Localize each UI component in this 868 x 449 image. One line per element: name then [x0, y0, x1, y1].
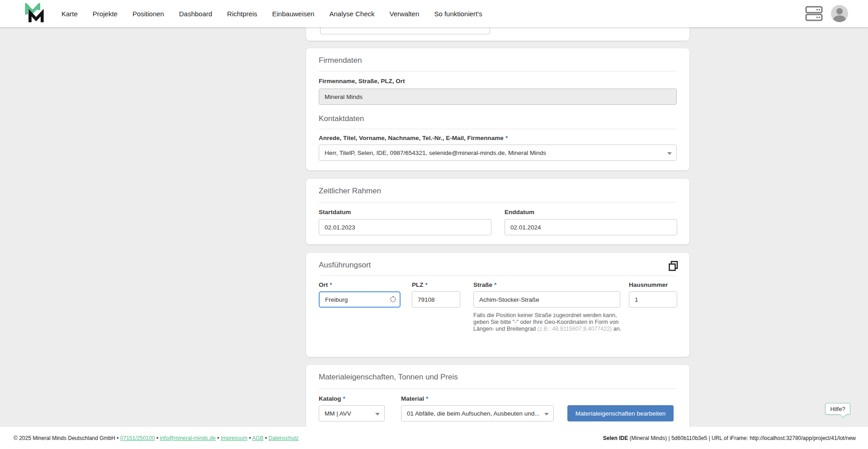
- firmendaten-title: Firmendaten: [319, 56, 362, 65]
- enddatum-label: Enddatum: [505, 209, 534, 215]
- firmenname-label: Firmenname, Straße, PLZ, Ort: [319, 78, 405, 84]
- startdatum-input[interactable]: [319, 219, 491, 235]
- kontakt-label-text: Anrede, Titel, Vorname, Nachname, Tel.-N…: [319, 135, 504, 141]
- materialeigenschaften-bearbeiten-button[interactable]: Materialeigenschaften bearbeiten: [567, 405, 674, 421]
- startdatum-label: Startdatum: [319, 209, 351, 215]
- chevron-down-icon: [544, 413, 549, 416]
- strasse-help-example: (z.B.: 48.8115607,9.4077422): [538, 326, 612, 332]
- kontakt-label: Anrede, Titel, Vorname, Nachname, Tel.-N…: [319, 135, 508, 141]
- nav-item-richtpreis[interactable]: Richtpreis: [227, 10, 257, 18]
- strasse-help-part2: an.: [612, 326, 621, 332]
- katalog-label: Katalog*: [319, 395, 345, 402]
- ort-input[interactable]: [319, 291, 401, 308]
- nav-links: Karte Projekte Positionen Dashboard Rich…: [61, 10, 482, 18]
- card-zeitlicher-rahmen: Zeitlicher Rahmen Startdatum Enddatum: [306, 179, 689, 244]
- footer-status-text: Selen IDE (Mineral Minds) | 5d60b110b3e5…: [603, 435, 856, 441]
- footer-separator: •: [249, 435, 251, 441]
- required-asterisk: *: [426, 395, 428, 402]
- mineral-minds-logo-icon[interactable]: [24, 3, 45, 24]
- hausnummer-label: Hausnummer: [629, 281, 668, 288]
- strasse-label: Straße*: [473, 281, 496, 288]
- ausfuehrungsort-title: Ausführungsort: [319, 261, 371, 270]
- katalog-label-text: Katalog: [319, 395, 341, 402]
- card-top-partial: [306, 27, 689, 41]
- footer-email-link[interactable]: info@mineral-minds.de: [160, 435, 216, 441]
- avatar-body-shape: [833, 15, 846, 22]
- required-asterisk: *: [330, 281, 332, 288]
- user-avatar[interactable]: [831, 5, 848, 22]
- material-label-text: Material: [401, 395, 424, 402]
- chevron-down-icon: [375, 413, 380, 416]
- nav-item-dashboard[interactable]: Dashboard: [179, 10, 212, 18]
- help-bubble-tail: [840, 412, 846, 418]
- avatar-head-shape: [836, 8, 843, 14]
- required-asterisk: *: [505, 135, 508, 141]
- footer-copyright: © 2025 Mineral Minds Deutschland GmbH: [14, 435, 115, 441]
- partial-input-bottom[interactable]: [320, 27, 490, 34]
- kontakt-select[interactable]: Herr, TitelP, Selen, IDE, 0987/654321, s…: [319, 145, 677, 161]
- material-select-value: 01 Abfälle, die beim Aufsuchen, Ausbeute…: [407, 410, 539, 417]
- strasse-help-text: Falls die Position keiner Straße zugeord…: [473, 312, 625, 332]
- nav-item-verwalten[interactable]: Verwalten: [390, 10, 420, 18]
- footer-bar: © 2025 Mineral Minds Deutschland GmbH • …: [0, 427, 868, 449]
- plz-label: PLZ*: [412, 281, 428, 288]
- plz-label-text: PLZ: [412, 281, 424, 288]
- katalog-select-value: MM | AVV: [325, 410, 351, 417]
- loading-spinner-icon: [390, 296, 396, 302]
- katalog-select[interactable]: MM | AVV: [319, 405, 385, 421]
- required-asterisk: *: [494, 281, 496, 288]
- card-firmendaten-kontaktdaten: Firmendaten Firmenname, Straße, PLZ, Ort…: [306, 48, 689, 170]
- footer-separator: •: [265, 435, 267, 441]
- section-divider: [319, 388, 677, 389]
- footer-ide-name: Selen IDE: [603, 435, 628, 441]
- strasse-label-text: Straße: [473, 281, 492, 288]
- kontakt-select-value: Herr, TitelP, Selen, IDE, 0987/654321, s…: [325, 150, 546, 156]
- firmenname-input[interactable]: [319, 89, 677, 105]
- footer-iframe-info: (Mineral Minds) | 5d60b110b3e5 | URL of …: [628, 435, 856, 441]
- nav-item-projekte[interactable]: Projekte: [93, 10, 118, 18]
- footer-left: © 2025 Mineral Minds Deutschland GmbH • …: [14, 435, 298, 441]
- ort-label: Ort*: [319, 281, 332, 288]
- footer-phone-link[interactable]: 07151/250100: [120, 435, 155, 441]
- hausnummer-input[interactable]: [629, 291, 677, 308]
- enddatum-input[interactable]: [505, 219, 677, 235]
- ort-field-wrap: [319, 291, 401, 308]
- card-ausfuehrungsort: Ausführungsort Ort* PLZ* Straße* Falls d…: [306, 253, 689, 357]
- nav-item-analyse-check[interactable]: Analyse Check: [329, 10, 374, 18]
- material-select[interactable]: 01 Abfälle, die beim Aufsuchen, Ausbeute…: [401, 405, 554, 421]
- nav-item-so-funktionierts[interactable]: So funktioniert's: [434, 10, 482, 18]
- help-bubble[interactable]: Hilfe?: [825, 403, 850, 415]
- required-asterisk: *: [343, 395, 345, 402]
- footer-separator: •: [156, 435, 158, 441]
- zeitlicher-rahmen-title: Zeitlicher Rahmen: [319, 187, 381, 196]
- footer-separator: •: [217, 435, 219, 441]
- footer-impressum-link[interactable]: Impressum: [221, 435, 247, 441]
- top-navigation-bar: Karte Projekte Positionen Dashboard Rich…: [0, 0, 868, 27]
- footer-agb-link[interactable]: AGB: [252, 435, 264, 441]
- nav-item-positionen[interactable]: Positionen: [132, 10, 164, 18]
- ort-label-text: Ort: [319, 281, 328, 288]
- footer-separator: •: [117, 435, 118, 441]
- section-divider: [319, 71, 677, 71]
- copy-icon[interactable]: [668, 261, 679, 271]
- chevron-down-icon: [667, 152, 672, 155]
- section-divider: [319, 276, 677, 276]
- section-divider: [319, 129, 677, 129]
- required-asterisk: *: [425, 281, 428, 288]
- section-divider: [319, 202, 677, 202]
- nav-item-karte[interactable]: Karte: [61, 10, 78, 18]
- server-icon[interactable]: [805, 5, 824, 22]
- strasse-input[interactable]: [473, 291, 620, 308]
- kontaktdaten-title: Kontaktdaten: [319, 114, 364, 123]
- plz-input[interactable]: [412, 291, 460, 308]
- material-label: Material*: [401, 395, 428, 402]
- material-title: Materialeigenschaften, Tonnen und Preis: [319, 373, 458, 382]
- nav-right-icons: [805, 5, 848, 22]
- nav-item-einbauweisen[interactable]: Einbauweisen: [272, 10, 314, 18]
- footer-datenschutz-link[interactable]: Datenschutz: [269, 435, 299, 441]
